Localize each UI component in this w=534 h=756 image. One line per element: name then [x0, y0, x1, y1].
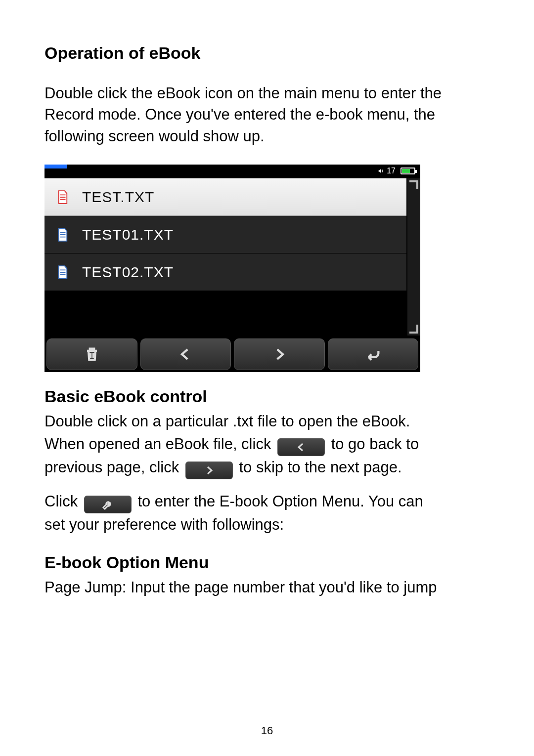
text-fragment: Click [44, 493, 82, 510]
text-fragment: previous page, click [44, 459, 183, 476]
text-fragment: to enter the E-book Option Menu. You can [137, 493, 423, 510]
chevron-left-icon [177, 346, 194, 363]
scrollbar[interactable] [407, 178, 420, 336]
file-name: TEST01.TXT [82, 226, 174, 243]
bottom-toolbar [44, 336, 420, 372]
chevron-right-icon [202, 464, 216, 476]
intro-paragraph: Double click the eBook icon on the main … [44, 83, 490, 147]
return-button[interactable] [328, 338, 419, 370]
text-line: Double click on a particular .txt file t… [44, 410, 490, 433]
file-row-selected[interactable]: TEST.TXT [44, 178, 406, 216]
document-icon [57, 190, 68, 204]
heading-basic-control: Basic eBook control [44, 387, 490, 406]
file-name: TEST.TXT [82, 189, 154, 206]
text-line: Click to enter the E-book Option Menu. Y… [44, 490, 490, 513]
ebook-screenshot: 17 TEST.TXT TEST01.TXT TEST02 [44, 165, 420, 372]
file-name: TEST02.TXT [82, 264, 174, 281]
manual-page: Operation of eBook Double click the eBoo… [0, 0, 534, 756]
chevron-left-icon [294, 441, 308, 453]
file-row[interactable]: TEST02.TXT [44, 253, 406, 291]
accent-bar [44, 165, 67, 168]
file-list: TEST.TXT TEST01.TXT TEST02.TXT [44, 178, 406, 336]
status-bar: 17 [378, 167, 415, 175]
next-button[interactable] [234, 338, 325, 370]
text-fragment: When opened an eBook file, click [44, 435, 275, 453]
previous-button[interactable] [140, 338, 231, 370]
page-number: 16 [0, 724, 534, 737]
heading-operation: Operation of eBook [44, 43, 490, 63]
text-line: previous page, click to skip to the next… [44, 456, 490, 479]
chevron-right-icon [271, 346, 288, 363]
delete-button[interactable] [46, 338, 137, 370]
volume-indicator: 17 [378, 167, 396, 175]
return-icon [364, 346, 381, 363]
basic-control-text: Double click on a particular .txt file t… [44, 410, 490, 536]
volume-value: 17 [387, 167, 396, 175]
file-row[interactable]: TEST01.TXT [44, 216, 406, 253]
speaker-icon [378, 168, 385, 174]
wrench-icon [101, 499, 115, 510]
text-fragment: to skip to the next page. [239, 459, 402, 476]
scroll-bottom-marker [409, 325, 418, 334]
document-icon [57, 265, 68, 279]
text-line: set your preference with followings: [44, 513, 490, 536]
scroll-top-marker [409, 180, 418, 189]
inline-prev-button [277, 438, 325, 456]
text-fragment: to go back to [331, 435, 419, 453]
inline-settings-button [84, 496, 132, 513]
document-icon [57, 228, 68, 242]
text-line: When opened an eBook file, click to go b… [44, 433, 490, 456]
trash-icon [84, 346, 100, 363]
battery-icon [400, 168, 415, 174]
inline-next-button [185, 462, 233, 479]
option-text: Page Jump: Input the page number that yo… [44, 576, 490, 599]
heading-option-menu: E-book Option Menu [44, 553, 490, 572]
